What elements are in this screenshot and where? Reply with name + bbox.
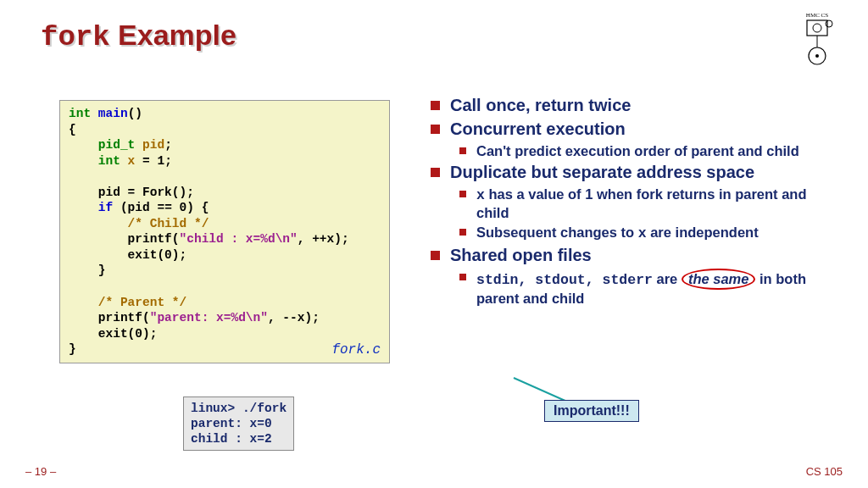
title-rest: Example [110,19,236,51]
subbullet-icon [459,191,466,197]
important-callout: Important!!! [544,400,639,422]
bullet-icon [431,101,440,110]
bullet-4a: stdin, stdout, stderr are the same in bo… [459,269,837,308]
bullet-3a: x has a value of 1 when fork returns in … [459,186,837,222]
svg-point-2 [813,24,821,32]
svg-point-3 [826,20,832,27]
subbullet-icon [459,147,466,154]
bullet-2a: Can't predict execution order of parent … [459,142,837,160]
svg-rect-1 [807,20,827,36]
bullet-2: Concurrent execution [431,119,837,140]
bullet-3b: Subsequent changes to x are independent [459,224,837,243]
bullet-icon [431,251,440,260]
bullet-1: Call once, return twice [431,95,837,116]
svg-text:HMC CS: HMC CS [806,12,828,19]
subbullet-icon [459,229,466,236]
hmc-cs-logo: HMC CS [792,8,843,68]
subbullet-icon [459,274,466,280]
code-block: int main() { pid_t pid; int x = 1; pid =… [59,100,390,363]
slide-title: fork Example [41,19,236,53]
bullet-icon [431,168,440,177]
code-filename: fork.c [331,341,381,358]
svg-line-7 [514,378,567,402]
bullet-icon [431,125,440,134]
svg-point-6 [815,54,819,58]
circled-emphasis: the same [682,269,756,291]
bullet-list: Call once, return twice Concurrent execu… [431,95,837,309]
bullet-4: Shared open files [431,245,837,266]
title-mono: fork [41,21,110,53]
bullet-3: Duplicate but separate address space [431,162,837,183]
terminal-output: linux> ./fork parent: x=0 child : x=2 [183,396,294,451]
course-label: CS 105 [806,465,843,478]
page-number: – 19 – [25,465,56,478]
